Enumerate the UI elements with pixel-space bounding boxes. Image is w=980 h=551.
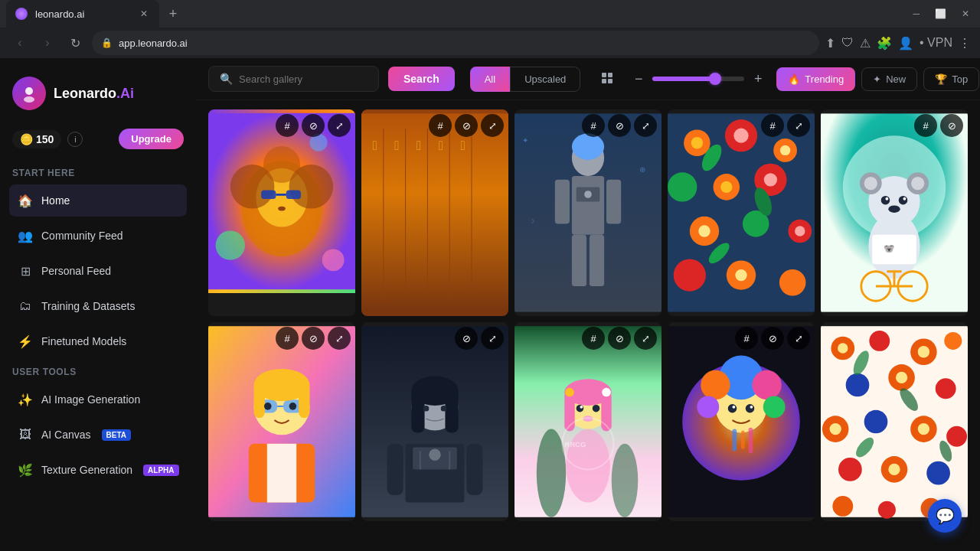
search-box[interactable]: 🔍 [208,66,379,92]
remix-btn[interactable]: # [761,114,784,137]
zoom-minus-btn[interactable]: − [629,70,648,88]
expand-btn[interactable]: ⤢ [634,114,657,137]
gallery-item[interactable]: # ⊘ ⤢ [208,322,355,521]
gallery-item[interactable]: # ⊘ ⤢ [208,109,355,316]
svg-point-60 [764,173,777,186]
options-btn[interactable]: ⊘ [455,327,478,350]
svg-point-127 [565,388,574,397]
sidebar-item-personal-feed[interactable]: ⊞ Personal Feed [9,255,187,287]
remix-btn[interactable]: # [582,327,605,350]
filter-tabs: All Upscaled [470,67,581,92]
back-btn[interactable]: ‹ [9,32,31,54]
svg-point-152 [838,343,848,353]
gallery-image-lion [208,109,355,293]
minimize-btn[interactable]: ─ [908,7,924,21]
remix-btn[interactable]: # [914,114,937,137]
sidebar-item-training[interactable]: 🗂 Training & Datasets [9,290,187,322]
options-btn[interactable]: ⊘ [455,114,478,137]
beta-badge: BETA [102,429,131,441]
gallery-item[interactable]: ✦ ⊕ ☽ # ⊘ ⤢ [514,109,662,316]
lock-icon: 🔒 [101,37,113,48]
svg-point-18 [322,249,345,271]
remix-btn[interactable]: # [735,327,758,350]
svg-text:⊕: ⊕ [639,165,645,174]
svg-rect-109 [466,444,482,495]
shield-icon[interactable]: 🛡 [841,36,854,50]
address-bar: ‹ › ↻ 🔒 app.leonardo.ai ⬆ 🛡 ⚠ 🧩 👤 • VPN … [0,28,980,58]
gallery-area[interactable]: # ⊘ ⤢ [196,100,980,551]
svg-point-82 [911,177,924,190]
close-btn[interactable]: ✕ [957,7,974,21]
gallery-item[interactable]: 🐨 [821,109,968,316]
forward-btn[interactable]: › [37,32,58,54]
svg-point-45 [584,191,592,198]
maximize-btn[interactable]: ⬜ [930,7,951,21]
remix-btn[interactable]: # [276,327,299,350]
sidebar-item-ai-canvas[interactable]: 🖼 AI Canvas BETA [9,419,187,451]
active-tab[interactable]: leonardo.ai ✕ [6,0,159,28]
upgrade-button[interactable]: Upgrade [119,129,184,149]
remix-btn[interactable]: # [429,114,452,137]
logo-text: Leonardo.Ai [54,86,134,102]
menu-icon[interactable]: ⋮ [959,36,971,51]
svg-point-86 [903,197,906,201]
sidebar-item-texture[interactable]: 🌿 Texture Generation ALPHA [9,454,187,486]
gallery-item[interactable]: # ⊘ ⤢ [668,322,815,521]
new-tab-button[interactable]: + [162,3,184,24]
options-btn[interactable]: ⊘ [940,114,963,137]
sidebar-item-finetuned[interactable]: ⚡ Finetuned Models [9,325,187,357]
profile-icon[interactable]: 👤 [898,36,913,51]
svg-point-56 [668,172,697,201]
expand-btn[interactable]: ⤢ [787,327,810,350]
expand-btn[interactable]: ⤢ [634,327,657,350]
remix-btn[interactable]: # [276,114,299,137]
item-overlay: # ⊘ ⤢ [276,114,351,137]
expand-btn[interactable]: ⤢ [787,114,810,137]
zoom-slider[interactable] [652,77,744,81]
expand-btn[interactable]: ⤢ [328,327,351,350]
gallery-item[interactable]: RRCG # ⊘ ⤢ [514,322,662,521]
svg-rect-41 [572,235,586,286]
svg-text:☽: ☽ [529,218,534,225]
svg-point-69 [779,269,806,296]
svg-point-62 [698,225,710,236]
expand-btn[interactable]: ⤢ [328,114,351,137]
svg-point-159 [896,372,907,383]
sort-tab-new[interactable]: ✦ New [861,67,917,91]
svg-point-166 [946,426,967,447]
gallery-item[interactable]: ⊘ ⤢ [361,322,508,521]
sort-tab-trending[interactable]: 🔥 Trending [776,67,855,91]
filter-tab-all[interactable]: All [470,67,510,92]
expand-btn[interactable]: ⤢ [481,114,504,137]
options-btn[interactable]: ⊘ [302,327,325,350]
remix-btn[interactable]: # [582,114,605,137]
options-btn[interactable]: ⊘ [761,327,784,350]
chat-fab-button[interactable]: 💬 [928,499,962,533]
svg-rect-148 [741,431,745,449]
options-btn[interactable]: ⊘ [608,114,631,137]
gallery-item[interactable]: 𓀀 𓂀 𓅓 𓇌 𓁹 𓊝 𓏲 𓄿 𓆓 𓋴 [361,109,508,316]
share-icon[interactable]: ⬆ [825,36,835,51]
gallery-item[interactable]: # ⤢ [668,109,815,316]
tab-close-btn[interactable]: ✕ [138,8,150,20]
refresh-btn[interactable]: ↻ [64,32,86,54]
options-btn[interactable]: ⊘ [302,114,325,137]
gallery-item[interactable] [821,322,968,521]
search-input[interactable] [239,73,368,85]
extension-icon[interactable]: 🧩 [877,36,892,51]
expand-btn[interactable]: ⤢ [481,327,504,350]
svg-point-171 [832,496,853,517]
zoom-plus-btn[interactable]: + [749,70,767,88]
grid-view-btn[interactable] [596,67,620,91]
options-btn[interactable]: ⊘ [608,327,631,350]
sidebar-item-community-feed[interactable]: 👥 Community Feed [9,220,187,252]
sidebar-item-ai-image[interactable]: ✨ AI Image Generation [9,383,187,416]
info-icon[interactable]: i [67,132,83,147]
sort-tab-top[interactable]: 🏆 Top [923,67,979,91]
search-button[interactable]: Search [388,67,455,91]
logo-suffix: .Ai [116,86,134,101]
alert-icon[interactable]: ⚠ [860,36,871,51]
url-bar[interactable]: 🔒 app.leonardo.ai [92,31,819,55]
sidebar-item-home[interactable]: 🏠 Home [9,184,187,217]
filter-tab-upscaled[interactable]: Upscaled [510,67,580,92]
